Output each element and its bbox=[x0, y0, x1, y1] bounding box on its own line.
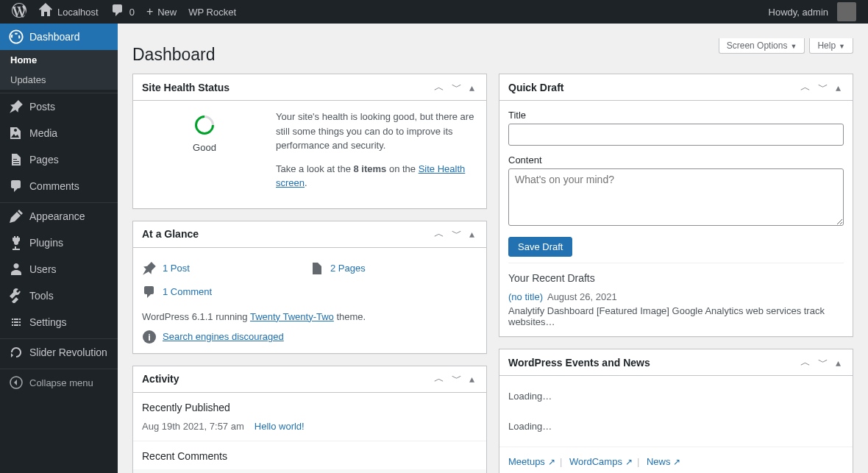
menu-appearance[interactable]: Appearance bbox=[0, 203, 118, 230]
post-link[interactable]: Hello world! bbox=[255, 421, 305, 432]
comment-icon bbox=[142, 285, 157, 299]
menu-users[interactable]: Users bbox=[0, 256, 118, 282]
move-up-button[interactable]: ︿ bbox=[797, 78, 814, 97]
comment-icon bbox=[110, 3, 125, 21]
move-down-button[interactable]: ﹀ bbox=[815, 353, 831, 372]
draft-link[interactable]: (no title) bbox=[508, 291, 543, 302]
my-account-menu[interactable]: Howdy, admin bbox=[763, 0, 862, 24]
plus-icon: + bbox=[146, 5, 153, 18]
submenu-home[interactable]: Home bbox=[0, 50, 118, 70]
external-icon: ↗ bbox=[548, 457, 555, 467]
chevron-down-icon: ▼ bbox=[790, 43, 797, 50]
glance-pages: 2 Pages bbox=[310, 257, 477, 280]
health-message: Your site's health is looking good, but … bbox=[276, 110, 477, 153]
section-heading: Recent Comments bbox=[142, 450, 477, 462]
menu-comments[interactable]: Comments bbox=[0, 173, 118, 199]
collapse-menu[interactable]: Collapse menu bbox=[0, 369, 118, 396]
menu-slider-revolution[interactable]: Slider Revolution bbox=[0, 339, 118, 366]
brush-icon bbox=[9, 209, 24, 224]
admin-toolbar: Localhost 0 +New WP Rocket Howdy, admin bbox=[0, 0, 868, 24]
content-label: Content bbox=[508, 154, 844, 166]
section-heading: Your Recent Drafts bbox=[508, 272, 844, 284]
loading-text: Loading… bbox=[508, 385, 844, 408]
widget-title: Activity bbox=[142, 373, 179, 385]
toggle-button[interactable]: ▴ bbox=[833, 353, 844, 372]
health-link-line: Take a look at the 8 items on the Site H… bbox=[276, 162, 477, 191]
widget-title: Site Health Status bbox=[142, 82, 230, 93]
draft-excerpt: Analytify Dashboard [Featured Image] Goo… bbox=[508, 305, 844, 327]
widget-title: Quick Draft bbox=[508, 82, 563, 93]
news-link[interactable]: News bbox=[647, 456, 671, 467]
wordpress-icon bbox=[12, 3, 26, 21]
toggle-button[interactable]: ▴ bbox=[466, 78, 477, 97]
pin-icon bbox=[9, 99, 24, 114]
publish-date: Aug 19th 2021, 7:57 am bbox=[142, 421, 244, 432]
draft-title-input[interactable] bbox=[508, 124, 844, 146]
wp-version: WordPress 6.1.1 running Twenty Twenty-Tw… bbox=[142, 304, 477, 322]
menu-pages[interactable]: Pages bbox=[0, 146, 118, 173]
meetups-link[interactable]: Meetups bbox=[508, 456, 545, 467]
at-a-glance-widget: At a Glance ︿ ﹀ ▴ 1 Post bbox=[132, 221, 487, 354]
move-down-button[interactable]: ﹀ bbox=[449, 369, 465, 388]
comment-item: From A WordPress Commenter on Hello worl… bbox=[133, 469, 486, 474]
draft-content-textarea[interactable] bbox=[508, 168, 844, 226]
toggle-button[interactable]: ▴ bbox=[466, 224, 477, 243]
health-gauge-icon bbox=[191, 112, 218, 139]
quick-draft-widget: Quick Draft ︿ ﹀ ▴ Title Cont bbox=[499, 74, 853, 337]
search-discouraged: i Search engines discouraged bbox=[142, 322, 477, 344]
admin-sidebar: Dashboard Home Updates Posts Media Pages… bbox=[0, 24, 118, 473]
save-draft-button[interactable]: Save Draft bbox=[508, 237, 572, 257]
menu-media[interactable]: Media bbox=[0, 120, 118, 146]
media-icon bbox=[9, 126, 24, 141]
move-down-button[interactable]: ﹀ bbox=[449, 224, 465, 243]
new-content-menu[interactable]: +New bbox=[140, 0, 182, 24]
toggle-button[interactable]: ▴ bbox=[833, 78, 844, 97]
site-name-menu[interactable]: Localhost bbox=[32, 0, 104, 24]
page-title: Dashboard bbox=[132, 38, 216, 68]
comments-icon bbox=[9, 179, 24, 193]
wordcamps-link[interactable]: WordCamps bbox=[569, 456, 622, 467]
loading-text: Loading… bbox=[508, 408, 844, 438]
widget-title: WordPress Events and News bbox=[508, 357, 650, 369]
move-down-button[interactable]: ﹀ bbox=[815, 78, 831, 97]
collapse-icon bbox=[9, 375, 24, 390]
wprocket-menu[interactable]: WP Rocket bbox=[182, 0, 242, 24]
home-icon bbox=[38, 3, 53, 21]
menu-tools[interactable]: Tools bbox=[0, 282, 118, 309]
dashboard-icon bbox=[9, 29, 24, 44]
glance-posts: 1 Post bbox=[142, 257, 310, 280]
comments-menu[interactable]: 0 bbox=[104, 0, 140, 24]
refresh-icon bbox=[9, 345, 24, 360]
move-up-button[interactable]: ︿ bbox=[431, 78, 447, 97]
move-up-button[interactable]: ︿ bbox=[431, 369, 447, 388]
submenu-updates[interactable]: Updates bbox=[0, 70, 118, 90]
page-icon bbox=[310, 261, 324, 276]
events-news-widget: WordPress Events and News ︿ ﹀ ▴ Loading…… bbox=[499, 349, 853, 473]
move-up-button[interactable]: ︿ bbox=[431, 224, 447, 243]
menu-posts[interactable]: Posts bbox=[0, 93, 118, 120]
activity-widget: Activity ︿ ﹀ ▴ Recently Published Aug 19… bbox=[132, 366, 487, 474]
page-icon bbox=[9, 152, 24, 167]
avatar-icon bbox=[837, 2, 856, 21]
health-status-label: Good bbox=[148, 142, 261, 153]
theme-link[interactable]: Twenty Twenty-Two bbox=[250, 311, 334, 322]
toggle-button[interactable]: ▴ bbox=[466, 369, 477, 388]
wp-logo-menu[interactable] bbox=[6, 0, 32, 24]
move-down-button[interactable]: ﹀ bbox=[449, 78, 465, 97]
info-icon: i bbox=[142, 330, 157, 344]
title-label: Title bbox=[508, 110, 844, 121]
glance-comments: 1 Comment bbox=[142, 280, 310, 304]
menu-dashboard[interactable]: Dashboard bbox=[0, 24, 118, 50]
users-icon bbox=[9, 262, 24, 277]
pin-icon bbox=[142, 261, 157, 276]
menu-settings[interactable]: Settings bbox=[0, 309, 118, 335]
draft-item: (no title)August 26, 2021 Analytify Dash… bbox=[508, 291, 844, 327]
menu-plugins[interactable]: Plugins bbox=[0, 230, 118, 256]
external-icon: ↗ bbox=[673, 457, 680, 467]
settings-icon bbox=[9, 315, 24, 330]
help-button[interactable]: Help▼ bbox=[809, 38, 853, 54]
move-up-button[interactable]: ︿ bbox=[797, 353, 814, 372]
tools-icon bbox=[9, 288, 24, 303]
plugin-icon bbox=[9, 235, 24, 250]
screen-options-button[interactable]: Screen Options▼ bbox=[719, 38, 805, 54]
